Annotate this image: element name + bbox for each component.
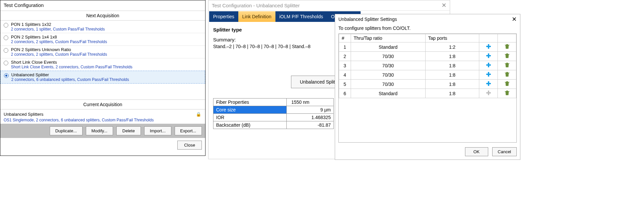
config-item[interactable]: PON 2 Splitters Unknown Ratio2 connector… [0, 45, 205, 58]
add-row-button[interactable] [479, 42, 498, 52]
row-ratio[interactable]: 70/30 [351, 52, 426, 61]
config-item-sub: 2 connectors, 1 splitter, Custom Pass/Fa… [11, 27, 105, 32]
add-row-button[interactable] [479, 80, 498, 89]
row-index: 6 [339, 89, 351, 98]
config-item-name: PON 2 Splitters Unknown Ratio [11, 47, 107, 52]
section-current-acquisition: Current Acquisition [0, 99, 205, 109]
config-list: PON 1 Splitters 1x322 connectors, 1 spli… [0, 21, 205, 84]
trash-icon [505, 81, 509, 87]
radio-icon[interactable] [4, 23, 8, 28]
fiber-key: IOR [213, 114, 287, 121]
tab[interactable]: iOLM P/F Thresholds [275, 11, 327, 22]
delete-row-button[interactable] [498, 61, 516, 70]
row-tap[interactable]: 1:2 [425, 42, 479, 52]
close-icon[interactable]: ✕ [441, 2, 446, 9]
panel-title: Test Configuration [0, 0, 205, 11]
duplicate-button[interactable]: Duplicate... [50, 126, 83, 135]
plus-icon [486, 53, 491, 59]
config-item-sub: 2 connectors, 2 splitters, Custom Pass/F… [11, 39, 107, 44]
row-tap[interactable]: 1:8 [425, 89, 479, 98]
config-item[interactable]: PON 1 Splitters 1x322 connectors, 1 spli… [0, 21, 205, 33]
add-row-button[interactable] [479, 70, 498, 80]
toolbar: Duplicate... Modify... Delete Import... … [0, 124, 205, 138]
row-index: 5 [339, 80, 351, 89]
delete-row-button[interactable] [498, 80, 516, 89]
table-row: 6Standard1:8 [339, 89, 516, 98]
row-ratio[interactable]: 70/30 [351, 70, 426, 80]
delete-row-button[interactable] [498, 89, 516, 98]
section-next-acquisition: Next Acquisition [0, 11, 205, 21]
row-ratio[interactable]: Standard [351, 89, 426, 98]
row-index: 3 [339, 61, 351, 70]
current-config-sub: OS1 Singlemode, 2 connectors, 6 unbalanc… [4, 117, 202, 123]
config-item-name: Unbalanced Splitter [11, 72, 129, 77]
current-config: Unbalanced Splitters OS1 Singlemode, 2 c… [0, 109, 205, 124]
splitter-table-wrap: # Thru/Tap ratio Tap ports 1Standard1:22… [338, 33, 517, 143]
table-row: 370/301:8 [339, 61, 516, 70]
plus-icon [486, 44, 491, 50]
modify-button[interactable]: Modify... [86, 126, 113, 135]
radio-icon[interactable] [4, 35, 8, 40]
config-item-name: PON 1 Splitters 1x32 [11, 22, 105, 27]
close-row: Close [0, 138, 205, 153]
col-ratio: Thru/Tap ratio [351, 34, 426, 42]
row-index: 4 [339, 70, 351, 80]
plus-icon [486, 62, 491, 69]
ubs-titlebar: Unbalanced Splitter Settings ✕ [335, 14, 520, 24]
table-row[interactable]: Backscatter (dB)-81.87 [213, 121, 334, 129]
row-ratio[interactable]: 70/30 [351, 80, 426, 89]
export-button[interactable]: Export... [175, 126, 202, 135]
config-item-sub: 2 connectors, 2 splitters, Custom Pass/F… [11, 52, 107, 57]
config-item-name: Short Link Close Events [11, 60, 133, 65]
row-ratio[interactable]: Standard [351, 42, 426, 52]
import-button[interactable]: Import... [144, 126, 171, 135]
table-row[interactable]: IOR1.468325 [213, 114, 334, 121]
tab[interactable]: Properties [209, 11, 238, 22]
row-tap[interactable]: 1:8 [425, 61, 479, 70]
add-row-button[interactable] [479, 61, 498, 70]
splitter-type-label: Splitter type [213, 27, 242, 33]
add-row-button[interactable] [479, 52, 498, 61]
plus-icon [486, 72, 491, 78]
config-item-sub: Short Link Close Events, 2 connectors, C… [11, 65, 133, 69]
radio-icon[interactable] [4, 48, 8, 53]
delete-row-button[interactable] [498, 52, 516, 61]
row-index: 2 [339, 52, 351, 61]
ubs-instruction: To configure splitters from CO/OLT. [338, 26, 517, 31]
lock-icon: 🔒 [196, 111, 201, 117]
ubs-title: Unbalanced Splitter Settings [338, 17, 397, 22]
delete-row-button[interactable] [498, 70, 516, 80]
radio-icon[interactable] [4, 73, 9, 78]
cancel-button[interactable]: Cancel [492, 147, 517, 156]
row-ratio[interactable]: 70/30 [351, 61, 426, 70]
ok-button[interactable]: OK [465, 147, 488, 156]
trash-icon [505, 53, 509, 59]
close-icon[interactable]: ✕ [512, 16, 517, 23]
fiber-val: -81.87 [286, 121, 333, 129]
row-tap[interactable]: 1:8 [425, 80, 479, 89]
trash-icon [505, 62, 509, 69]
delete-button[interactable]: Delete [116, 126, 141, 135]
unbalanced-splitter-settings-dialog: Unbalanced Splitter Settings ✕ To config… [335, 14, 520, 160]
config-item[interactable]: Unbalanced Splitter2 connectors, 6 unbal… [0, 71, 205, 84]
ubs-footer: OK Cancel [335, 144, 520, 160]
tab[interactable]: Link Definition [238, 11, 275, 22]
row-tap[interactable]: 1:8 [425, 70, 479, 80]
table-row[interactable]: Core size9 µm [213, 106, 334, 114]
delete-row-button[interactable] [498, 42, 516, 52]
config-item[interactable]: Short Link Close EventsShort Link Close … [0, 58, 205, 71]
col-tap: Tap ports [425, 34, 479, 42]
radio-icon[interactable] [4, 61, 8, 65]
trash-icon [505, 44, 509, 50]
fiber-val: 9 µm [286, 106, 333, 114]
table-row: 270/301:8 [339, 52, 516, 61]
fiber-val: 1.468325 [286, 114, 333, 121]
trash-icon [505, 90, 509, 97]
row-index: 1 [339, 42, 351, 52]
close-button[interactable]: Close [177, 141, 202, 150]
config-item[interactable]: PON 2 Splitters 1x4 1x82 connectors, 2 s… [0, 33, 205, 45]
add-row-button [479, 89, 498, 98]
row-tap[interactable]: 1:8 [425, 52, 479, 61]
config-item-sub: 2 connectors, 6 unbalanced splitters, Cu… [11, 77, 129, 82]
trash-icon [505, 72, 509, 78]
